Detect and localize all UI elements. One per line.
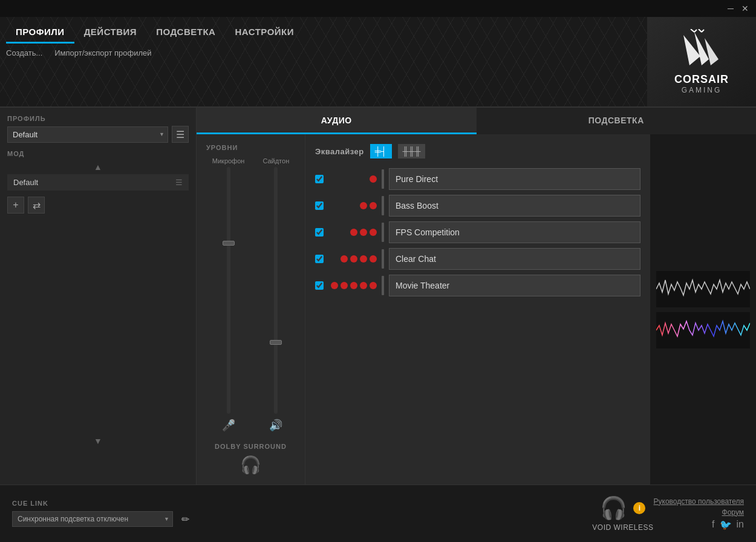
fps-dot-1 [350, 229, 357, 236]
mic-icon: 🎤 [222, 419, 235, 432]
movie-dot-3 [350, 282, 357, 289]
mod-label: МОД [7, 150, 189, 157]
equalizer-section: Эквалайзер ╪┤ ╫╫╫ [305, 134, 650, 485]
waveform-top-icon [656, 271, 750, 307]
profile-select-row: Default ☰ [7, 126, 189, 143]
movie-dot-5 [370, 282, 377, 289]
mod-item-menu[interactable]: ☰ [175, 178, 183, 187]
bass-boost-dots [328, 202, 377, 209]
mic-slider-track[interactable] [227, 167, 230, 414]
profile-dropdown[interactable]: Default [7, 126, 168, 143]
clear-chat-dots [328, 255, 377, 263]
mod-item-name: Default [13, 178, 38, 187]
corsair-gaming-text: GAMING [682, 86, 722, 94]
sideton-slider-thumb[interactable] [270, 340, 282, 345]
social3-icon[interactable]: in [737, 519, 744, 531]
tab-audio[interactable]: АУДИО [197, 108, 477, 134]
device-section: 🎧 i VOID WIRELESS [592, 495, 653, 532]
audio-panel: УРОВНИ Микрофон 🎤 Сайдтон [197, 134, 756, 485]
preset-name-movie-theater[interactable] [389, 275, 640, 296]
nav-tabs: ПРОФИЛИ ДЕЙСТВИЯ ПОДСВЕТКА НАСТРОЙКИ [0, 17, 304, 44]
social-icons: f 🐦 in [712, 519, 744, 531]
collapse-down-section: ▼ [7, 434, 189, 448]
mic-label: Микрофон [212, 157, 245, 165]
profile-menu-button[interactable]: ☰ [172, 126, 189, 143]
eq-sliders-button[interactable]: ╫╫╫ [398, 144, 426, 158]
import-export-menu-item[interactable]: Импорт/экспорт профилей [54, 46, 151, 60]
clear-chat-bar [382, 249, 384, 269]
dolby-icon[interactable]: 🎧 [240, 455, 261, 475]
preset-name-clear-chat[interactable] [389, 248, 640, 270]
forum-link[interactable]: Форум [722, 508, 744, 517]
device-badge: i [633, 502, 645, 514]
preset-name-bass-boost[interactable] [389, 195, 640, 217]
pure-direct-dot-1 [370, 175, 377, 183]
movie-dot-1 [331, 282, 338, 289]
fps-competition-bar [382, 223, 384, 242]
content-area: АУДИО ПОДСВЕТКА УРОВНИ Микрофон 🎤 [197, 108, 756, 485]
cue-select-row: Синхронная подсветка отключен ✏ [12, 511, 194, 527]
cue-link-section: CUE LINK Синхронная подсветка отключен ✏ [12, 500, 194, 527]
movie-dot-2 [341, 282, 348, 289]
user-manual-link[interactable]: Руководство пользователя [654, 497, 744, 506]
left-panel: ПРОФИЛЬ Default ☰ МОД ▲ Default ☰ + ⇄ ▼ [0, 108, 197, 485]
collapse-up-arrow[interactable]: ▲ [7, 162, 189, 172]
create-menu-item[interactable]: Создать... [6, 46, 42, 60]
clear-chat-dot-2 [350, 255, 357, 263]
tab-lighting[interactable]: ПОДСВЕТКА [477, 108, 757, 134]
movie-theater-dots [328, 282, 377, 289]
preset-row-bass-boost [315, 195, 640, 217]
cue-link-dropdown[interactable]: Синхронная подсветка отключен [12, 511, 173, 527]
bottom-links: Руководство пользователя Форум f 🐦 in [654, 497, 744, 531]
device-name: VOID WIRELESS [592, 523, 653, 532]
headset-icon: 🎧 [600, 495, 627, 520]
mic-slider-thumb[interactable] [223, 241, 235, 246]
add-mod-button[interactable]: + [7, 197, 24, 214]
cue-link-label: CUE LINK [12, 500, 194, 507]
preset-checkbox-clear-chat[interactable] [315, 255, 324, 263]
preset-name-pure-direct[interactable] [389, 168, 640, 190]
preset-row-fps-competition [315, 221, 640, 243]
corsair-logo: CORSAIR GAMING [647, 17, 756, 106]
pure-direct-bar [382, 169, 384, 189]
fps-dot-2 [360, 229, 367, 236]
sliders-row: Микрофон 🎤 Сайдтон 🔊 [212, 157, 289, 432]
collapse-down-button[interactable]: ▼ [7, 434, 189, 448]
close-button[interactable]: ✕ [739, 2, 751, 15]
eq-active-button[interactable]: ╪┤ [370, 144, 392, 158]
import-mod-button[interactable]: ⇄ [28, 197, 45, 214]
waveform-bottom-icon [656, 312, 750, 348]
clear-chat-dot-1 [341, 255, 348, 263]
clear-chat-dot-4 [370, 255, 377, 263]
pure-direct-dots [328, 175, 377, 183]
dolby-section: DOLBY SURROUND 🎧 [215, 443, 287, 475]
movie-theater-bar [382, 276, 384, 295]
sideton-label: Сайдтон [262, 157, 289, 165]
preset-checkbox-pure-direct[interactable] [315, 175, 324, 183]
corsair-sail-icon [677, 29, 726, 71]
twitter-icon[interactable]: 🐦 [720, 519, 732, 531]
nav-tab-profiles[interactable]: ПРОФИЛИ [6, 22, 74, 44]
preset-row-clear-chat [315, 248, 640, 270]
preset-checkbox-movie-theater[interactable] [315, 281, 324, 290]
profile-label: ПРОФИЛЬ [7, 115, 189, 122]
movie-dot-4 [360, 282, 367, 289]
nav-tab-lighting[interactable]: ПОДСВЕТКА [146, 22, 225, 44]
nav-tab-settings[interactable]: НАСТРОЙКИ [225, 22, 304, 44]
content-tabs: АУДИО ПОДСВЕТКА [197, 108, 756, 134]
preset-checkbox-fps-competition[interactable] [315, 228, 324, 237]
waveform-preview [650, 134, 756, 485]
fps-dot-3 [370, 229, 377, 236]
cue-edit-button[interactable]: ✏ [177, 511, 194, 527]
facebook-icon[interactable]: f [712, 519, 714, 531]
bottom-bar: CUE LINK Синхронная подсветка отключен ✏… [0, 485, 756, 542]
corsair-brand-name: CORSAIR [674, 74, 729, 86]
nav-tab-actions[interactable]: ДЕЙСТВИЯ [74, 22, 147, 44]
preset-checkbox-bass-boost[interactable] [315, 201, 324, 210]
mod-item-default[interactable]: Default ☰ [7, 174, 189, 191]
eq-title: Эквалайзер [315, 147, 364, 156]
preset-name-fps-competition[interactable] [389, 221, 640, 243]
eq-header: Эквалайзер ╪┤ ╫╫╫ [315, 144, 640, 158]
sideton-slider-track[interactable] [274, 167, 278, 414]
minimize-button[interactable]: ─ [725, 2, 737, 15]
